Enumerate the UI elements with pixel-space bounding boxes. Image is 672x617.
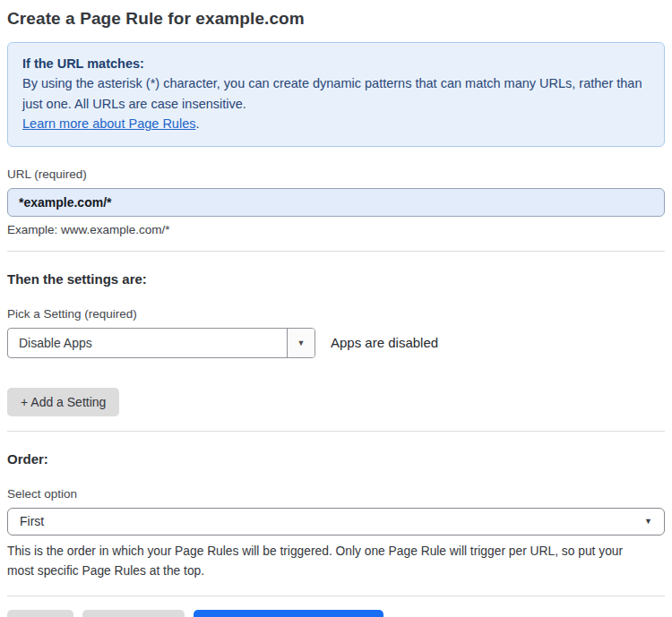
- url-field-label: URL (required): [7, 167, 665, 181]
- save-and-deploy-button[interactable]: Save and Deploy Page Rule: [194, 610, 383, 617]
- save-as-draft-button[interactable]: Save as Draft: [82, 610, 185, 617]
- order-dropdown-value: First: [20, 514, 644, 528]
- footer-action-bar: Cancel Save as Draft Save and Deploy Pag…: [7, 610, 665, 617]
- order-help-text: This is the order in which your Page Rul…: [7, 542, 652, 581]
- page-title: Create a Page Rule for example.com: [7, 9, 665, 29]
- setting-dropdown-value: Disable Apps: [8, 329, 287, 357]
- order-section-heading: Order:: [7, 451, 665, 467]
- setting-row: Disable Apps ▼ Apps are disabled: [7, 328, 665, 358]
- link-suffix: .: [195, 116, 199, 131]
- order-dropdown[interactable]: First ▼: [7, 508, 665, 536]
- pick-setting-label: Pick a Setting (required): [7, 307, 665, 321]
- divider: [7, 431, 665, 432]
- chevron-down-icon: ▼: [644, 517, 652, 526]
- setting-dropdown[interactable]: Disable Apps ▼: [7, 328, 315, 358]
- info-box-link-line: Learn more about Page Rules.: [22, 114, 650, 133]
- settings-section-heading: Then the settings are:: [7, 271, 665, 287]
- info-box-heading: If the URL matches:: [22, 54, 650, 73]
- add-setting-button[interactable]: + Add a Setting: [7, 388, 119, 416]
- url-match-info-box: If the URL matches: By using the asteris…: [7, 42, 665, 147]
- setting-status-text: Apps are disabled: [331, 335, 438, 350]
- order-select-label: Select option: [7, 487, 665, 501]
- url-input[interactable]: [7, 188, 665, 217]
- chevron-down-icon[interactable]: ▼: [287, 329, 314, 357]
- url-example-text: Example: www.example.com/*: [7, 223, 665, 236]
- divider: [7, 596, 665, 596]
- divider: [7, 251, 665, 252]
- cancel-button[interactable]: Cancel: [7, 610, 73, 617]
- learn-more-link[interactable]: Learn more about Page Rules: [22, 116, 195, 131]
- info-box-body: By using the asterisk (*) character, you…: [22, 73, 650, 114]
